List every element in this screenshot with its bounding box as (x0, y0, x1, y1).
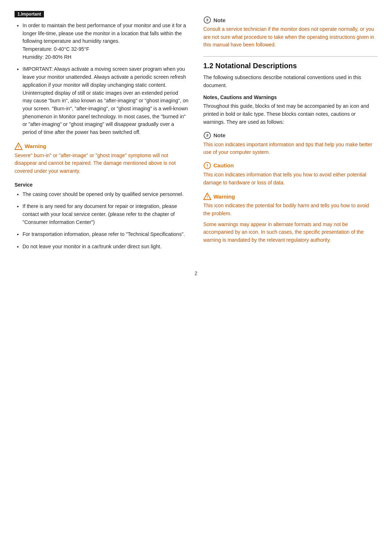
caution-title: Caution (203, 162, 377, 170)
caution-text: This icon indicates information that tel… (203, 171, 377, 187)
note-text-top: Consult a service technician if the moni… (203, 25, 377, 49)
bullet-item-1: In order to maintain the best performanc… (23, 22, 189, 61)
caution-label: Caution (213, 162, 234, 168)
warning-label-right: Warning (213, 193, 235, 200)
svg-rect-7 (207, 136, 208, 137)
section-tag: 1.Important (15, 11, 44, 17)
section-divider (203, 56, 377, 57)
section-intro: The following subsections describe notat… (203, 74, 377, 89)
warning-text-left: Severe" burn-in" or "after-image" or "gh… (15, 152, 189, 175)
warning-text-right-1: This icon indicates the potential for bo… (203, 202, 377, 217)
note-block-top: Note Consult a service technician if the… (203, 16, 377, 49)
note-icon-section (203, 131, 211, 139)
svg-rect-4 (207, 21, 208, 22)
note-title-top: Note (203, 16, 377, 24)
caution-icon (203, 162, 211, 170)
svg-rect-9 (207, 164, 208, 166)
warning-title-right: ! Warning (203, 192, 377, 200)
note-label-section: Note (213, 132, 225, 138)
section-heading-1-2: 1.2 Notational Descriptions (203, 62, 377, 70)
page-number: 2 (15, 270, 377, 276)
service-item-3: For transportation information, please r… (23, 230, 189, 238)
service-heading: Service (15, 182, 189, 188)
svg-rect-10 (207, 167, 208, 167)
bullet-item-2: IMPORTANT: Always activate a moving scre… (23, 65, 189, 136)
note-label-top: Note (213, 17, 225, 23)
warning-block-right: ! Warning This icon indicates the potent… (203, 192, 377, 244)
section-body: Throughout this guide, blocks of text ma… (203, 102, 377, 126)
service-bullet-list: The casing cover should be opened only b… (15, 191, 189, 251)
right-column: Note Consult a service technician if the… (203, 11, 377, 256)
warning-title-left: ! Warning (15, 142, 189, 150)
note-icon-top (203, 16, 211, 24)
warning-block-left: ! Warning Severe" burn-in" or "after-ima… (15, 142, 189, 175)
svg-rect-3 (207, 20, 208, 21)
caution-block: Caution This icon indicates information … (203, 162, 377, 187)
note-title-section: Note (203, 131, 377, 139)
svg-text:!: ! (18, 145, 19, 149)
svg-rect-6 (207, 135, 208, 136)
service-item-1: The casing cover should be opened only b… (23, 191, 189, 199)
left-column: 1.Important In order to maintain the bes… (15, 11, 189, 256)
note-text-section: This icon indicates important informatio… (203, 141, 377, 156)
service-item-2: If there is any need for any document fo… (23, 203, 189, 226)
warning-label-left: Warning (25, 143, 46, 149)
service-item-4: Do not leave your monitor in a car/trunk… (23, 243, 189, 251)
main-bullet-list: In order to maintain the best performanc… (15, 22, 189, 136)
svg-text:!: ! (207, 195, 208, 199)
warning-icon-left: ! (15, 142, 23, 150)
warning-icon-right: ! (203, 192, 211, 200)
note-block-section: Note This icon indicates important infor… (203, 131, 377, 156)
sub-heading-notes: Notes, Cautions and Warnings (203, 94, 377, 100)
warning-text-right-2: Some warnings may appear in alternate fo… (203, 221, 377, 244)
